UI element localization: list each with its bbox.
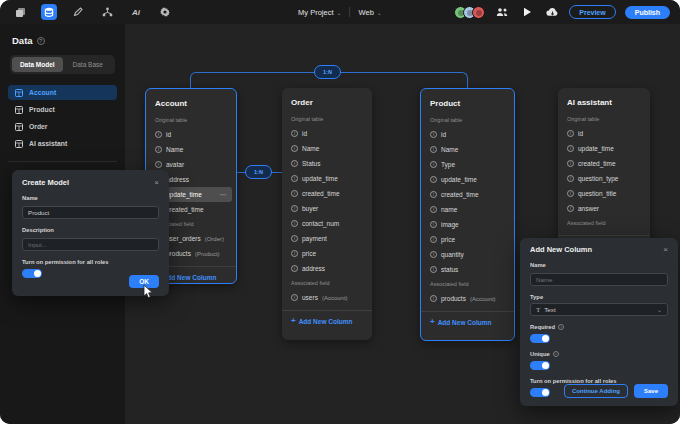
- field-name: price: [441, 236, 455, 243]
- design-pen-icon[interactable]: [70, 4, 86, 20]
- field-type-icon: i: [430, 146, 437, 153]
- cloud-build-icon[interactable]: [544, 4, 560, 20]
- field-row[interactable]: iid: [282, 126, 372, 141]
- ai-icon[interactable]: Ai: [128, 4, 144, 20]
- text-type-icon: T: [536, 306, 540, 314]
- relation-badge[interactable]: 1:N: [245, 165, 272, 179]
- field-type-icon: i: [155, 131, 162, 138]
- sidebar-item-order[interactable]: Order: [8, 119, 117, 134]
- field-row[interactable]: iupdate_time: [558, 141, 650, 156]
- field-row[interactable]: iquestion_type: [558, 171, 650, 186]
- permission-toggle[interactable]: [530, 388, 550, 397]
- model-name-input[interactable]: [22, 206, 159, 219]
- field-type-icon: i: [567, 175, 574, 182]
- entity-card-product[interactable]: ProductOriginal tableiidiNameiTypeiupdat…: [420, 88, 515, 341]
- ok-button[interactable]: OK: [129, 275, 159, 288]
- tab-data-model[interactable]: Data Model: [12, 57, 63, 72]
- collaborator-avatars: [454, 6, 485, 19]
- field-type-icon: i: [430, 131, 437, 138]
- more-icon[interactable]: ⋯: [220, 191, 228, 199]
- associated-field-label: Associated field: [558, 216, 650, 230]
- publish-button[interactable]: Publish: [625, 6, 670, 19]
- field-row[interactable]: ianswer: [558, 201, 650, 216]
- field-name: Name: [441, 146, 458, 153]
- field-row[interactable]: iType: [421, 157, 514, 172]
- field-type-icon: i: [291, 235, 298, 242]
- field-row[interactable]: iid: [558, 126, 650, 141]
- field-row[interactable]: iupdate_time: [421, 172, 514, 187]
- topbar: Ai My Project ⌄ Web ⌄: [0, 0, 680, 24]
- field-row[interactable]: iprice: [421, 232, 514, 247]
- entity-card-order[interactable]: OrderOriginal tableiidiNameiStatusiupdat…: [282, 88, 372, 340]
- model-description-input[interactable]: [22, 238, 159, 251]
- data-tabs: Data Model Data Base: [10, 55, 115, 74]
- save-button[interactable]: Save: [634, 384, 668, 398]
- field-row[interactable]: iimage: [421, 217, 514, 232]
- table-icon: [15, 106, 23, 114]
- permission-label: Turn on permission for all roles: [22, 259, 159, 265]
- close-icon[interactable]: ×: [154, 179, 159, 187]
- field-row[interactable]: iusers(Account): [282, 290, 372, 305]
- field-row[interactable]: iupdate_time: [282, 171, 372, 186]
- run-play-icon[interactable]: [519, 4, 535, 20]
- field-name: avatar: [166, 161, 184, 168]
- sidebar-item-product[interactable]: Product: [8, 102, 117, 117]
- field-row[interactable]: icreated_time: [421, 187, 514, 202]
- field-row[interactable]: iStatus: [282, 156, 372, 171]
- actionflow-icon[interactable]: [99, 4, 115, 20]
- tab-data-base[interactable]: Data Base: [63, 57, 114, 72]
- field-row[interactable]: iName: [282, 141, 372, 156]
- settings-gear-icon[interactable]: [157, 4, 173, 20]
- field-row[interactable]: iquantity: [421, 247, 514, 262]
- field-type-icon: i: [291, 220, 298, 227]
- collaborators-icon[interactable]: [494, 4, 510, 20]
- field-name: id: [578, 130, 583, 137]
- unique-toggle[interactable]: [530, 361, 550, 370]
- add-new-column-button[interactable]: +Add New Column: [282, 310, 372, 331]
- field-type-icon: i: [291, 250, 298, 257]
- field-row[interactable]: icontact_num: [282, 216, 372, 231]
- preview-button[interactable]: Preview: [569, 5, 615, 19]
- avatar[interactable]: [472, 6, 485, 19]
- chevron-down-icon: ⌄: [657, 306, 662, 313]
- info-icon: i: [558, 324, 564, 330]
- relation-badge[interactable]: 1:N: [314, 65, 341, 79]
- entity-title: Order: [282, 97, 372, 112]
- field-row[interactable]: iName: [146, 142, 236, 157]
- type-label: Type: [530, 294, 668, 300]
- add-new-column-button[interactable]: +Add New Column: [421, 311, 514, 332]
- permission-toggle[interactable]: [22, 269, 42, 278]
- field-row[interactable]: iid: [146, 127, 236, 142]
- help-icon[interactable]: ?: [37, 37, 45, 45]
- required-toggle[interactable]: [530, 334, 550, 343]
- field-row[interactable]: iname: [421, 202, 514, 217]
- database-icon[interactable]: [41, 4, 57, 20]
- field-row[interactable]: iquestion_title: [558, 186, 650, 201]
- field-row[interactable]: iprice: [282, 246, 372, 261]
- type-select[interactable]: T Text ⌄: [530, 303, 668, 316]
- field-ref-model: (Product): [195, 251, 220, 257]
- field-row[interactable]: ibuyer: [282, 201, 372, 216]
- pages-icon[interactable]: [12, 4, 28, 20]
- platform-name: Web: [359, 8, 374, 17]
- field-row[interactable]: icreated_time: [282, 186, 372, 201]
- column-name-input[interactable]: [530, 273, 668, 286]
- field-row[interactable]: iaddress: [282, 261, 372, 276]
- close-icon[interactable]: ×: [663, 246, 668, 254]
- field-row[interactable]: iName: [421, 142, 514, 157]
- platform-dropdown[interactable]: Web ⌄: [359, 8, 382, 17]
- sidebar-item-account[interactable]: Account: [8, 85, 117, 100]
- continue-adding-button[interactable]: Continue Adding: [564, 384, 628, 398]
- sidebar-item-label: Account: [29, 89, 56, 96]
- field-row[interactable]: icreated_time: [558, 156, 650, 171]
- project-dropdown[interactable]: My Project ⌄: [298, 8, 341, 17]
- field-name: update_time: [578, 145, 614, 152]
- field-type-icon: i: [291, 190, 298, 197]
- field-row[interactable]: iid: [421, 127, 514, 142]
- sidebar-item-ai-assistant[interactable]: AI assistant: [8, 136, 117, 151]
- table-icon: [15, 123, 23, 131]
- field-row[interactable]: ipayment: [282, 231, 372, 246]
- field-row[interactable]: istatus: [421, 262, 514, 277]
- field-type-icon: i: [291, 205, 298, 212]
- field-row[interactable]: iproducts(Account): [421, 291, 514, 306]
